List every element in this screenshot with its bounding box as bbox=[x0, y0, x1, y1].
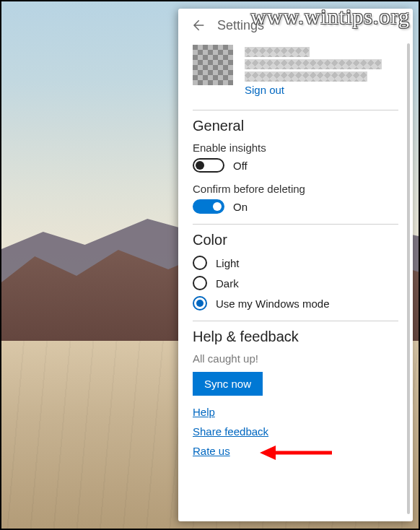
settings-panel: Settings Sign out General Enable insight… bbox=[178, 9, 413, 521]
account-email-redacted bbox=[245, 59, 382, 69]
color-dark-label: Dark bbox=[216, 277, 239, 290]
color-option-windows[interactable]: Use my Windows mode bbox=[193, 296, 398, 310]
confirm-delete-state: On bbox=[233, 201, 248, 213]
color-option-dark[interactable]: Dark bbox=[193, 276, 398, 290]
enable-insights-label: Enable insights bbox=[193, 142, 398, 154]
page-title: Settings bbox=[217, 18, 264, 33]
radio-icon bbox=[193, 256, 207, 270]
sign-out-link[interactable]: Sign out bbox=[245, 84, 284, 96]
color-light-label: Light bbox=[216, 257, 240, 269]
confirm-delete-toggle[interactable] bbox=[193, 199, 224, 214]
color-windows-label: Use my Windows mode bbox=[216, 297, 330, 310]
color-option-light[interactable]: Light bbox=[193, 256, 398, 270]
account-block: Sign out bbox=[193, 40, 398, 107]
enable-insights-state: Off bbox=[233, 160, 248, 172]
sync-status: All caught up! bbox=[193, 352, 398, 365]
radio-checked-icon bbox=[193, 296, 207, 310]
sync-now-button[interactable]: Sync now bbox=[193, 372, 263, 396]
arrow-left-icon bbox=[191, 18, 205, 32]
section-color-heading: Color bbox=[193, 232, 398, 248]
account-info-redacted bbox=[245, 71, 367, 82]
rate-us-link[interactable]: Rate us bbox=[193, 445, 398, 457]
back-button[interactable] bbox=[190, 17, 206, 33]
section-help-heading: Help & feedback bbox=[193, 329, 398, 345]
divider bbox=[193, 321, 398, 321]
share-feedback-link[interactable]: Share feedback bbox=[193, 425, 398, 438]
account-name-redacted bbox=[245, 47, 310, 57]
confirm-delete-label: Confirm before deleting bbox=[193, 183, 398, 195]
avatar bbox=[193, 45, 233, 85]
section-general-heading: General bbox=[193, 118, 398, 134]
divider bbox=[193, 110, 398, 110]
enable-insights-toggle[interactable] bbox=[193, 158, 224, 173]
scrollbar[interactable] bbox=[407, 43, 410, 514]
help-link[interactable]: Help bbox=[193, 406, 398, 418]
divider bbox=[193, 224, 398, 225]
radio-icon bbox=[193, 276, 207, 290]
